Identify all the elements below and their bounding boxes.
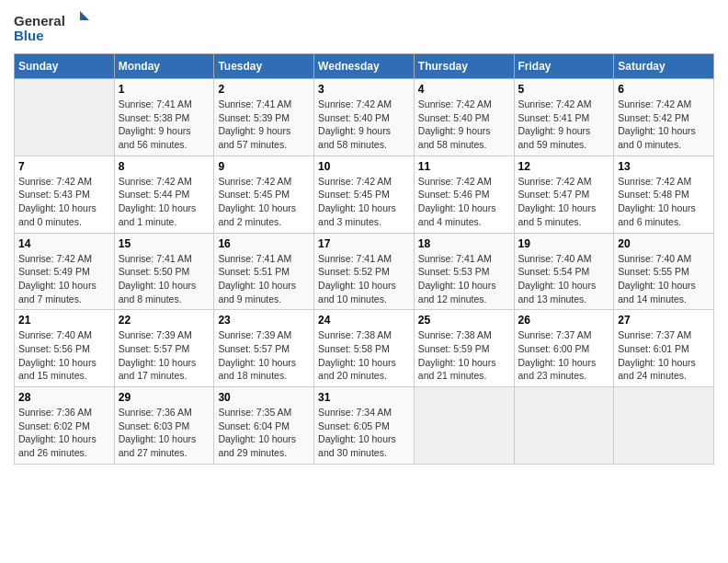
svg-marker-2 — [80, 11, 89, 20]
calendar-cell: 28Sunrise: 7:36 AMSunset: 6:02 PMDayligh… — [15, 387, 115, 465]
calendar-cell: 23Sunrise: 7:39 AMSunset: 5:57 PMDayligh… — [214, 310, 314, 387]
col-header-saturday: Saturday — [614, 54, 714, 79]
logo-icon: General Blue — [14, 9, 97, 46]
day-number: 19 — [518, 237, 610, 250]
week-row-4: 21Sunrise: 7:40 AMSunset: 5:56 PMDayligh… — [15, 310, 714, 387]
calendar-cell: 2Sunrise: 7:41 AMSunset: 5:39 PMDaylight… — [214, 79, 314, 156]
col-header-friday: Friday — [514, 54, 614, 79]
day-info: Sunrise: 7:34 AMSunset: 6:05 PMDaylight:… — [318, 406, 410, 460]
day-info: Sunrise: 7:41 AMSunset: 5:39 PMDaylight:… — [218, 98, 310, 152]
calendar-cell: 21Sunrise: 7:40 AMSunset: 5:56 PMDayligh… — [15, 310, 115, 387]
calendar-cell: 30Sunrise: 7:35 AMSunset: 6:04 PMDayligh… — [214, 387, 314, 465]
calendar-cell — [414, 387, 514, 465]
day-info: Sunrise: 7:39 AMSunset: 5:57 PMDaylight:… — [119, 328, 210, 383]
day-info: Sunrise: 7:37 AMSunset: 6:00 PMDaylight:… — [518, 328, 610, 383]
day-info: Sunrise: 7:36 AMSunset: 6:03 PMDaylight:… — [119, 406, 210, 460]
day-number: 13 — [618, 160, 710, 173]
day-info: Sunrise: 7:41 AMSunset: 5:51 PMDaylight:… — [218, 252, 310, 306]
day-number: 11 — [418, 160, 510, 173]
day-info: Sunrise: 7:42 AMSunset: 5:40 PMDaylight:… — [418, 98, 510, 152]
day-info: Sunrise: 7:41 AMSunset: 5:52 PMDaylight:… — [318, 252, 410, 306]
calendar-cell: 5Sunrise: 7:42 AMSunset: 5:41 PMDaylight… — [514, 79, 614, 156]
col-header-thursday: Thursday — [414, 54, 514, 79]
day-number: 29 — [119, 391, 210, 404]
col-header-wednesday: Wednesday — [314, 54, 415, 79]
calendar-cell: 4Sunrise: 7:42 AMSunset: 5:40 PMDaylight… — [414, 79, 514, 156]
day-info: Sunrise: 7:38 AMSunset: 5:59 PMDaylight:… — [418, 328, 510, 383]
day-number: 28 — [18, 391, 110, 404]
calendar-cell: 8Sunrise: 7:42 AMSunset: 5:44 PMDaylight… — [114, 155, 214, 233]
day-info: Sunrise: 7:39 AMSunset: 5:57 PMDaylight:… — [218, 328, 310, 383]
day-number: 23 — [218, 314, 310, 327]
day-info: Sunrise: 7:42 AMSunset: 5:48 PMDaylight:… — [618, 175, 710, 229]
day-number: 27 — [618, 314, 710, 327]
calendar-cell: 3Sunrise: 7:42 AMSunset: 5:40 PMDaylight… — [314, 79, 415, 156]
header: General Blue — [14, 9, 714, 46]
day-number: 15 — [119, 237, 210, 250]
calendar-cell: 27Sunrise: 7:37 AMSunset: 6:01 PMDayligh… — [614, 310, 714, 387]
day-info: Sunrise: 7:42 AMSunset: 5:44 PMDaylight:… — [119, 175, 210, 229]
day-number: 26 — [518, 314, 610, 327]
day-info: Sunrise: 7:37 AMSunset: 6:01 PMDaylight:… — [618, 328, 710, 383]
day-info: Sunrise: 7:36 AMSunset: 6:02 PMDaylight:… — [18, 406, 110, 460]
day-number: 2 — [218, 83, 310, 96]
header-row: SundayMondayTuesdayWednesdayThursdayFrid… — [15, 54, 714, 79]
day-number: 6 — [618, 83, 710, 96]
day-number: 31 — [318, 391, 410, 404]
calendar-cell: 12Sunrise: 7:42 AMSunset: 5:47 PMDayligh… — [514, 155, 614, 233]
day-info: Sunrise: 7:42 AMSunset: 5:45 PMDaylight:… — [318, 175, 410, 229]
calendar-cell: 11Sunrise: 7:42 AMSunset: 5:46 PMDayligh… — [414, 155, 514, 233]
calendar-cell: 25Sunrise: 7:38 AMSunset: 5:59 PMDayligh… — [414, 310, 514, 387]
day-number: 1 — [119, 83, 210, 96]
calendar-cell: 6Sunrise: 7:42 AMSunset: 5:42 PMDaylight… — [614, 79, 714, 156]
day-info: Sunrise: 7:42 AMSunset: 5:43 PMDaylight:… — [18, 175, 110, 229]
calendar-cell: 24Sunrise: 7:38 AMSunset: 5:58 PMDayligh… — [314, 310, 415, 387]
day-number: 14 — [18, 237, 110, 250]
day-number: 30 — [218, 391, 310, 404]
day-number: 8 — [119, 160, 210, 173]
day-info: Sunrise: 7:42 AMSunset: 5:47 PMDaylight:… — [518, 175, 610, 229]
calendar-cell — [614, 387, 714, 465]
col-header-monday: Monday — [114, 54, 214, 79]
week-row-3: 14Sunrise: 7:42 AMSunset: 5:49 PMDayligh… — [15, 233, 714, 310]
day-info: Sunrise: 7:40 AMSunset: 5:55 PMDaylight:… — [618, 252, 710, 306]
logo: General Blue — [14, 9, 97, 46]
calendar-cell: 31Sunrise: 7:34 AMSunset: 6:05 PMDayligh… — [314, 387, 415, 465]
svg-text:General: General — [14, 13, 65, 29]
day-number: 3 — [318, 83, 410, 96]
day-info: Sunrise: 7:42 AMSunset: 5:46 PMDaylight:… — [418, 175, 510, 229]
day-number: 20 — [618, 237, 710, 250]
calendar-cell: 7Sunrise: 7:42 AMSunset: 5:43 PMDaylight… — [15, 155, 115, 233]
day-number: 7 — [18, 160, 110, 173]
day-number: 21 — [18, 314, 110, 327]
calendar-cell: 1Sunrise: 7:41 AMSunset: 5:38 PMDaylight… — [114, 79, 214, 156]
day-number: 24 — [318, 314, 410, 327]
day-info: Sunrise: 7:42 AMSunset: 5:40 PMDaylight:… — [318, 98, 410, 152]
calendar-cell: 19Sunrise: 7:40 AMSunset: 5:54 PMDayligh… — [514, 233, 614, 310]
day-number: 17 — [318, 237, 410, 250]
week-row-1: 1Sunrise: 7:41 AMSunset: 5:38 PMDaylight… — [15, 79, 714, 156]
day-info: Sunrise: 7:35 AMSunset: 6:04 PMDaylight:… — [218, 406, 310, 460]
calendar-cell — [15, 79, 115, 156]
day-info: Sunrise: 7:40 AMSunset: 5:54 PMDaylight:… — [518, 252, 610, 306]
day-info: Sunrise: 7:40 AMSunset: 5:56 PMDaylight:… — [18, 328, 110, 383]
day-number: 18 — [418, 237, 510, 250]
calendar-cell: 17Sunrise: 7:41 AMSunset: 5:52 PMDayligh… — [314, 233, 415, 310]
calendar-cell: 15Sunrise: 7:41 AMSunset: 5:50 PMDayligh… — [114, 233, 214, 310]
day-info: Sunrise: 7:41 AMSunset: 5:50 PMDaylight:… — [119, 252, 210, 306]
calendar-cell: 26Sunrise: 7:37 AMSunset: 6:00 PMDayligh… — [514, 310, 614, 387]
day-number: 12 — [518, 160, 610, 173]
day-number: 22 — [119, 314, 210, 327]
calendar-cell: 14Sunrise: 7:42 AMSunset: 5:49 PMDayligh… — [15, 233, 115, 310]
day-number: 5 — [518, 83, 610, 96]
calendar-cell: 18Sunrise: 7:41 AMSunset: 5:53 PMDayligh… — [414, 233, 514, 310]
day-number: 10 — [318, 160, 410, 173]
calendar-cell: 9Sunrise: 7:42 AMSunset: 5:45 PMDaylight… — [214, 155, 314, 233]
day-info: Sunrise: 7:42 AMSunset: 5:49 PMDaylight:… — [18, 252, 110, 306]
day-number: 25 — [418, 314, 510, 327]
svg-text:Blue: Blue — [14, 28, 44, 43]
calendar-cell: 13Sunrise: 7:42 AMSunset: 5:48 PMDayligh… — [614, 155, 714, 233]
day-info: Sunrise: 7:38 AMSunset: 5:58 PMDaylight:… — [318, 328, 410, 383]
day-info: Sunrise: 7:41 AMSunset: 5:38 PMDaylight:… — [119, 98, 210, 152]
calendar-cell — [514, 387, 614, 465]
